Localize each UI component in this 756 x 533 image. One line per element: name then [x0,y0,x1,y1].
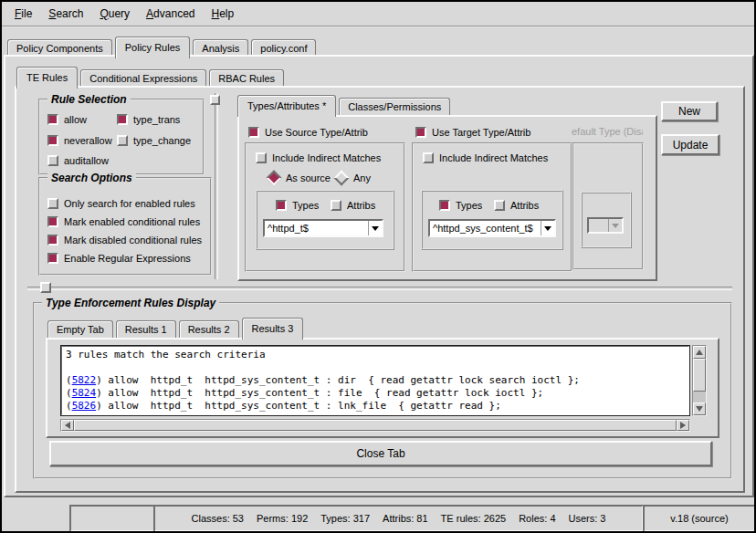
tab-policy-rules[interactable]: Policy Rules [115,37,191,58]
combobox-arrow [608,219,622,232]
menu-file[interactable]: File [9,5,37,22]
results-summary: 3 rules match the search criteria [66,349,688,361]
scroll-right-button[interactable] [677,420,689,431]
stat-te-rules: TE rules: 2625 [441,513,507,524]
update-button[interactable]: Update [661,134,719,155]
checkbox-indicator[interactable] [117,135,128,146]
checkbox-indicator[interactable] [423,152,434,163]
tab-te-rules[interactable]: TE Rules [16,67,78,89]
new-button[interactable]: New [661,101,718,121]
checkbox-indicator[interactable] [47,198,58,209]
tab-empty[interactable]: Empty Tab [47,320,113,338]
checkbox-label: allow [64,114,87,125]
checkbox-allow[interactable]: allow [47,113,87,126]
rule-id-link[interactable]: 5822 [72,374,97,386]
tab-conditional-expressions[interactable]: Conditional Expressions [80,69,206,87]
policy-rules-page: TE Rules Conditional Expressions RBAC Ru… [4,55,754,497]
checkbox-indicator[interactable] [494,200,505,211]
checkbox-neverallow[interactable]: neverallow [47,134,112,147]
checkbox-type-trans[interactable]: type_trans [117,113,180,126]
checkbox-mark-enabled-cond[interactable]: Mark enabled conditional rules [47,215,200,228]
chevron-down-icon [544,226,551,235]
arrow-down-icon [696,406,703,415]
checkbox-indicator[interactable] [47,155,58,166]
scroll-up-button[interactable] [693,346,706,359]
source-type-combobox[interactable]: ^httpd_t$ [263,219,383,237]
checkbox-indicator[interactable] [331,200,341,211]
checkbox-indicator[interactable] [276,200,287,211]
menu-advanced[interactable]: Advanced [141,5,200,22]
target-type-combobox[interactable]: ^httpd_sys_content_t$ [428,219,556,237]
stat-types: Types: 317 [320,513,370,524]
checkbox-use-target-type[interactable]: Use Target Type/Attrib [415,126,530,139]
checkbox-label: neverallow [64,135,112,146]
tab-classes-permissions[interactable]: Classes/Permissions [339,98,450,115]
default-type-box [581,192,632,248]
te-rules-display-frame: Type Enforcement Rules Display Empty Tab… [33,302,732,479]
checkbox-indicator[interactable] [415,127,426,138]
radio-as-source[interactable]: As source [267,172,331,184]
checkbox-source-indirect[interactable]: Include Indirect Matches [256,152,381,164]
combobox-value[interactable]: ^httpd_t$ [265,221,368,235]
vertical-scroll-thumb[interactable] [693,359,706,392]
rule-id-link[interactable]: 5826 [72,400,97,412]
tab-results-1[interactable]: Results 1 [116,320,176,338]
status-panel-empty [69,505,155,532]
scroll-down-button[interactable] [693,402,706,415]
rule-line: (5824) allow httpd_t httpd_sys_content_t… [66,387,688,400]
tab-results-3[interactable]: Results 3 [242,318,304,340]
checkbox-source-attribs[interactable]: Attribs [331,199,375,212]
checkbox-indicator[interactable] [117,114,128,125]
menu-help[interactable]: Help [205,5,239,22]
radio-indicator[interactable] [334,171,350,186]
blank-line [66,361,688,374]
horizontal-sash-handle[interactable] [40,282,51,293]
horizontal-scrollbar[interactable] [60,419,690,432]
rule-text: ) allow httpd_t httpd_sys_content_t : fi… [96,387,543,399]
checkbox-mark-disabled-cond[interactable]: Mark disabled conditional rules [47,234,202,246]
checkbox-use-source-type[interactable]: Use Source Type/Attrib [248,126,368,139]
checkbox-target-indirect[interactable]: Include Indirect Matches [423,152,548,164]
target-frame: Include Indirect Matches Types Attribs ^… [412,142,572,272]
horizontal-scroll-thumb[interactable] [74,420,677,431]
rule-id-link[interactable]: 5824 [72,387,97,399]
checkbox-indicator[interactable] [47,216,58,227]
checkbox-label: Enable Regular Expressions [64,253,191,264]
checkbox-target-attribs[interactable]: Attribs [494,199,539,212]
scroll-left-button[interactable] [61,420,74,431]
te-rules-display-title: Type Enforcement Rules Display [42,297,219,309]
checkbox-indicator[interactable] [47,135,58,146]
checkbox-indicator[interactable] [256,152,267,163]
checkbox-enable-regex[interactable]: Enable Regular Expressions [47,252,191,265]
checkbox-label: Mark disabled conditional rules [64,235,202,246]
tab-types-attributes[interactable]: Types/Attributes * [237,95,336,117]
radio-indicator[interactable] [267,171,282,186]
vertical-sash-handle[interactable] [210,95,220,105]
menu-search[interactable]: Search [43,5,89,22]
results-text-area[interactable]: 3 rules match the search criteria (5822)… [60,345,690,416]
checkbox-source-types[interactable]: Types [276,199,319,212]
close-tab-button[interactable]: Close Tab [49,441,712,466]
checkbox-auditallow[interactable]: auditallow [47,154,109,167]
tab-results-2[interactable]: Results 2 [179,320,239,338]
checkbox-type-change[interactable]: type_change [117,134,191,147]
chevron-down-icon [612,224,619,232]
checkbox-enabled-rules-only[interactable]: Only search for enabled rules [47,197,195,210]
radio-any[interactable]: Any [334,172,371,184]
combobox-arrow[interactable] [368,221,382,235]
checkbox-indicator[interactable] [248,127,259,138]
combobox-arrow[interactable] [541,221,554,235]
combobox-value[interactable]: ^httpd_sys_content_t$ [430,221,541,235]
default-type-frame [572,142,644,270]
menu-query[interactable]: Query [94,5,135,22]
apol-window: File Search Query Advanced Help Policy C… [0,0,756,533]
checkbox-target-types[interactable]: Types [439,199,482,212]
source-types-box: Types Attribs ^httpd_t$ [256,190,394,250]
checkbox-indicator[interactable] [47,253,58,264]
checkbox-label: Types [456,200,482,211]
checkbox-indicator[interactable] [47,114,58,125]
checkbox-indicator[interactable] [439,200,450,211]
tab-rbac-rules[interactable]: RBAC Rules [209,69,284,87]
vertical-scrollbar[interactable] [692,345,707,416]
checkbox-indicator[interactable] [47,235,58,246]
